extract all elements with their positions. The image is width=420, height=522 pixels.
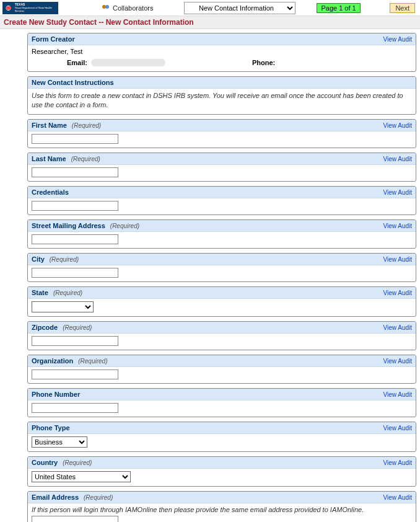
view-audit-link[interactable]: View Audit	[383, 223, 412, 229]
view-audit-link[interactable]: View Audit	[383, 36, 412, 43]
top-bar: TEXAS Texas Department of State Health S…	[0, 0, 420, 16]
credentials-input[interactable]	[32, 201, 118, 211]
email-address-label: Email Address	[32, 493, 79, 501]
page-title: Create New Study Contact -- New Contact …	[0, 16, 420, 29]
next-button[interactable]: Next	[390, 3, 415, 13]
phone-number-input[interactable]	[32, 403, 118, 413]
city-section: City (Required) View Audit	[27, 253, 416, 282]
creator-name: Researcher, Test	[32, 48, 412, 55]
view-audit-link[interactable]: View Audit	[383, 391, 412, 398]
collaborators-label: Collaborators	[113, 4, 153, 12]
state-select[interactable]	[32, 301, 94, 312]
required-indicator: (Required)	[50, 256, 79, 263]
required-indicator: (Required)	[63, 324, 92, 331]
last-name-section: Last Name (Required) View Audit	[27, 153, 416, 182]
email-input[interactable]	[32, 516, 118, 522]
email-note: If this person will login through IAMOnl…	[32, 506, 412, 513]
country-select[interactable]: United States	[32, 471, 131, 482]
email-value-redacted	[91, 59, 165, 66]
logo-text: TEXAS Texas Department of State Health S…	[15, 3, 58, 12]
state-section: State (Required) View Audit	[27, 286, 416, 317]
view-audit-link[interactable]: View Audit	[383, 459, 412, 466]
view-audit-link[interactable]: View Audit	[383, 156, 412, 162]
texas-dshs-logo: TEXAS Texas Department of State Health S…	[2, 2, 58, 14]
zipcode-section: Zipcode (Required) View Audit	[27, 321, 416, 350]
view-audit-link[interactable]: View Audit	[383, 425, 412, 431]
phone-type-section: Phone Type View Audit Business	[27, 422, 416, 452]
first-name-input[interactable]	[32, 134, 118, 144]
phone-type-label: Phone Type	[32, 424, 70, 431]
view-audit-link[interactable]: View Audit	[383, 324, 412, 331]
view-audit-link[interactable]: View Audit	[383, 358, 412, 365]
page-indicator: Page 1 of 1	[317, 3, 360, 13]
organization-label: Organization	[32, 357, 73, 365]
form-creator-section: Form Creator View Audit Researcher, Test…	[27, 33, 416, 72]
organization-input[interactable]	[32, 369, 118, 379]
required-indicator: (Required)	[71, 156, 100, 162]
required-indicator: (Required)	[53, 290, 82, 296]
view-audit-link[interactable]: View Audit	[383, 494, 412, 501]
required-indicator: (Required)	[72, 122, 101, 129]
first-name-label: First Name	[32, 122, 67, 129]
texas-seal-icon	[4, 3, 13, 13]
email-section: Email Address (Required) View Audit If t…	[27, 491, 416, 522]
view-audit-link[interactable]: View Audit	[383, 290, 412, 296]
email-label: Email:	[32, 59, 87, 66]
country-section: Country (Required) View Audit United Sta…	[27, 456, 416, 487]
required-indicator: (Required)	[63, 459, 92, 466]
organization-section: Organization (Required) View Audit	[27, 355, 416, 384]
instructions-section: New Contact Instructions Use this form t…	[27, 76, 416, 115]
last-name-label: Last Name	[32, 155, 66, 162]
credentials-section: Credentials View Audit	[27, 186, 416, 215]
street-label: Street Mailing Address	[32, 222, 105, 229]
required-indicator: (Required)	[78, 358, 107, 365]
zipcode-label: Zipcode	[32, 324, 58, 331]
phone-label: Phone:	[252, 59, 275, 66]
form-creator-title: Form Creator	[32, 35, 75, 43]
credentials-label: Credentials	[32, 188, 69, 196]
street-section: Street Mailing Address (Required) View A…	[27, 219, 416, 249]
section-dropdown[interactable]: New Contact Information	[184, 2, 295, 14]
required-indicator: (Required)	[110, 223, 139, 229]
view-audit-link[interactable]: View Audit	[383, 256, 412, 263]
phone-type-select[interactable]: Business	[32, 436, 87, 448]
instructions-title: New Contact Instructions	[32, 79, 114, 86]
form-content: Form Creator View Audit Researcher, Test…	[0, 29, 420, 522]
first-name-section: First Name (Required) View Audit	[27, 119, 416, 148]
city-label: City	[32, 255, 45, 263]
state-label: State	[32, 289, 48, 296]
view-audit-link[interactable]: View Audit	[383, 189, 412, 196]
street-input[interactable]	[32, 234, 118, 244]
view-audit-link[interactable]: View Audit	[383, 122, 412, 129]
phone-number-section: Phone Number View Audit	[27, 388, 416, 417]
zipcode-input[interactable]	[32, 336, 118, 346]
phone-number-label: Phone Number	[32, 391, 80, 398]
instructions-text: Use this form to create a new contact in…	[32, 91, 412, 110]
required-indicator: (Required)	[84, 494, 113, 501]
collaborators-icon	[102, 4, 110, 12]
city-input[interactable]	[32, 268, 118, 278]
last-name-input[interactable]	[32, 167, 118, 177]
country-label: Country	[32, 459, 58, 466]
collaborators-link[interactable]: Collaborators	[102, 4, 153, 12]
